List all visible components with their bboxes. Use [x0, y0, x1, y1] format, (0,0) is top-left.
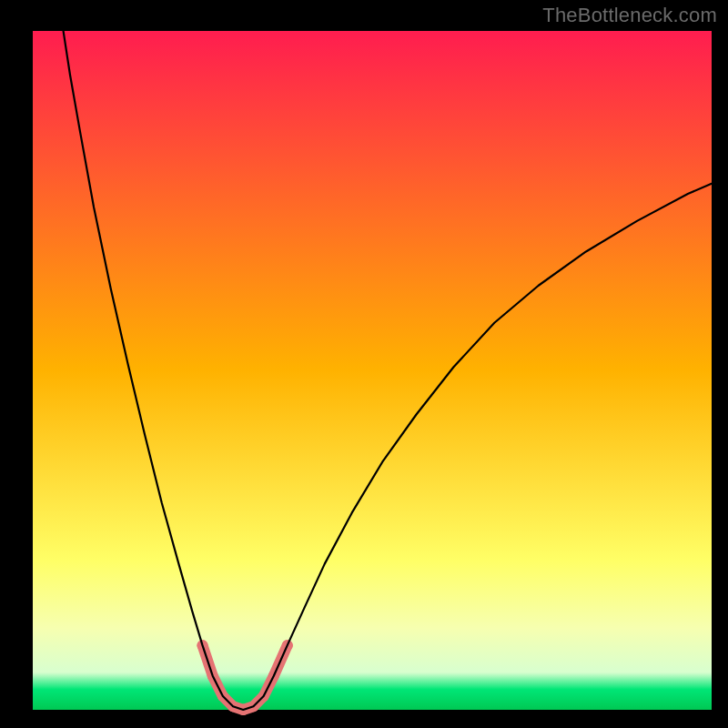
- plot-background: [33, 31, 712, 710]
- bottleneck-chart: [0, 0, 728, 728]
- chart-stage: TheBottleneck.com: [0, 0, 728, 728]
- watermark-text: TheBottleneck.com: [542, 4, 717, 27]
